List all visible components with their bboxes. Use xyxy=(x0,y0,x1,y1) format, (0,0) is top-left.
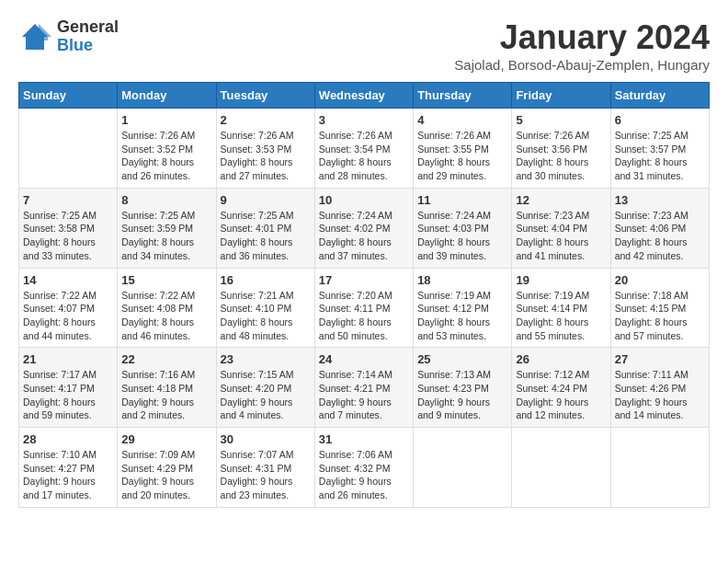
day-cell: 7Sunrise: 7:25 AM Sunset: 3:58 PM Daylig… xyxy=(19,188,118,268)
day-number: 6 xyxy=(615,113,705,127)
day-number: 15 xyxy=(121,273,211,287)
day-number: 13 xyxy=(615,193,705,207)
title-block: January 2024 Sajolad, Borsod-Abauj-Zempl… xyxy=(454,18,710,73)
day-cell: 2Sunrise: 7:26 AM Sunset: 3:53 PM Daylig… xyxy=(216,109,314,189)
logo-blue-text: Blue xyxy=(57,37,119,55)
logo-general-text: General xyxy=(57,18,119,37)
day-cell: 29Sunrise: 7:09 AM Sunset: 4:29 PM Dayli… xyxy=(118,428,216,508)
day-number: 23 xyxy=(221,352,311,366)
day-info: Sunrise: 7:11 AM Sunset: 4:26 PM Dayligh… xyxy=(615,368,705,422)
day-info: Sunrise: 7:24 AM Sunset: 4:03 PM Dayligh… xyxy=(417,209,507,263)
day-info: Sunrise: 7:16 AM Sunset: 4:18 PM Dayligh… xyxy=(121,368,211,422)
day-info: Sunrise: 7:15 AM Sunset: 4:20 PM Dayligh… xyxy=(221,368,311,422)
day-cell: 19Sunrise: 7:19 AM Sunset: 4:14 PM Dayli… xyxy=(512,268,610,348)
day-cell: 31Sunrise: 7:06 AM Sunset: 4:32 PM Dayli… xyxy=(314,428,413,508)
day-number: 8 xyxy=(121,193,211,207)
logo-text: General Blue xyxy=(57,18,119,55)
day-number: 3 xyxy=(319,113,409,127)
day-cell xyxy=(414,428,512,508)
logo: General Blue xyxy=(18,18,119,55)
day-cell xyxy=(19,109,118,189)
header-row: SundayMondayTuesdayWednesdayThursdayFrid… xyxy=(19,83,710,109)
week-row-4: 21Sunrise: 7:17 AM Sunset: 4:17 PM Dayli… xyxy=(19,348,710,428)
header-cell-thursday: Thursday xyxy=(414,83,512,109)
day-cell: 24Sunrise: 7:14 AM Sunset: 4:21 PM Dayli… xyxy=(314,348,413,428)
day-number: 17 xyxy=(319,273,409,287)
day-info: Sunrise: 7:22 AM Sunset: 4:08 PM Dayligh… xyxy=(121,289,211,343)
day-info: Sunrise: 7:13 AM Sunset: 4:23 PM Dayligh… xyxy=(417,368,507,422)
header-cell-monday: Monday xyxy=(118,83,216,109)
week-row-3: 14Sunrise: 7:22 AM Sunset: 4:07 PM Dayli… xyxy=(19,268,710,348)
page-header: General Blue January 2024 Sajolad, Borso… xyxy=(18,18,710,73)
logo-icon xyxy=(18,20,51,53)
day-cell: 11Sunrise: 7:24 AM Sunset: 4:03 PM Dayli… xyxy=(414,188,512,268)
day-info: Sunrise: 7:19 AM Sunset: 4:12 PM Dayligh… xyxy=(417,289,507,343)
day-number: 7 xyxy=(23,193,113,207)
day-cell: 21Sunrise: 7:17 AM Sunset: 4:17 PM Dayli… xyxy=(19,348,118,428)
day-number: 27 xyxy=(615,352,705,366)
month-title: January 2024 xyxy=(454,18,710,57)
day-cell: 8Sunrise: 7:25 AM Sunset: 3:59 PM Daylig… xyxy=(118,188,216,268)
day-cell: 20Sunrise: 7:18 AM Sunset: 4:15 PM Dayli… xyxy=(610,268,709,348)
svg-marker-1 xyxy=(39,24,51,40)
calendar-body: 1Sunrise: 7:26 AM Sunset: 3:52 PM Daylig… xyxy=(19,109,710,508)
header-cell-sunday: Sunday xyxy=(19,83,118,109)
header-cell-friday: Friday xyxy=(512,83,610,109)
day-cell: 22Sunrise: 7:16 AM Sunset: 4:18 PM Dayli… xyxy=(118,348,216,428)
day-cell: 16Sunrise: 7:21 AM Sunset: 4:10 PM Dayli… xyxy=(216,268,314,348)
day-number: 12 xyxy=(516,193,606,207)
day-cell: 6Sunrise: 7:25 AM Sunset: 3:57 PM Daylig… xyxy=(610,109,709,189)
day-info: Sunrise: 7:26 AM Sunset: 3:54 PM Dayligh… xyxy=(319,129,409,183)
day-info: Sunrise: 7:10 AM Sunset: 4:27 PM Dayligh… xyxy=(23,448,113,502)
day-number: 18 xyxy=(417,273,507,287)
day-cell: 23Sunrise: 7:15 AM Sunset: 4:20 PM Dayli… xyxy=(216,348,314,428)
calendar-header: SundayMondayTuesdayWednesdayThursdayFrid… xyxy=(19,83,710,109)
day-number: 24 xyxy=(319,352,409,366)
day-info: Sunrise: 7:21 AM Sunset: 4:10 PM Dayligh… xyxy=(221,289,311,343)
day-info: Sunrise: 7:18 AM Sunset: 4:15 PM Dayligh… xyxy=(615,289,705,343)
header-cell-wednesday: Wednesday xyxy=(314,83,413,109)
day-number: 25 xyxy=(417,352,507,366)
day-cell: 28Sunrise: 7:10 AM Sunset: 4:27 PM Dayli… xyxy=(19,428,118,508)
day-info: Sunrise: 7:20 AM Sunset: 4:11 PM Dayligh… xyxy=(319,289,409,343)
day-number: 11 xyxy=(417,193,507,207)
day-number: 5 xyxy=(516,113,606,127)
day-number: 26 xyxy=(516,352,606,366)
day-number: 22 xyxy=(121,352,211,366)
day-number: 30 xyxy=(221,432,311,446)
day-number: 31 xyxy=(319,432,409,446)
day-number: 1 xyxy=(121,113,211,127)
day-cell: 30Sunrise: 7:07 AM Sunset: 4:31 PM Dayli… xyxy=(216,428,314,508)
day-number: 2 xyxy=(221,113,311,127)
day-number: 4 xyxy=(417,113,507,127)
week-row-1: 1Sunrise: 7:26 AM Sunset: 3:52 PM Daylig… xyxy=(19,109,710,189)
day-info: Sunrise: 7:23 AM Sunset: 4:04 PM Dayligh… xyxy=(516,209,606,263)
day-cell: 25Sunrise: 7:13 AM Sunset: 4:23 PM Dayli… xyxy=(414,348,512,428)
day-cell: 15Sunrise: 7:22 AM Sunset: 4:08 PM Dayli… xyxy=(118,268,216,348)
day-cell: 4Sunrise: 7:26 AM Sunset: 3:55 PM Daylig… xyxy=(414,109,512,189)
day-info: Sunrise: 7:12 AM Sunset: 4:24 PM Dayligh… xyxy=(516,368,606,422)
day-number: 29 xyxy=(121,432,211,446)
day-cell: 1Sunrise: 7:26 AM Sunset: 3:52 PM Daylig… xyxy=(118,109,216,189)
day-info: Sunrise: 7:06 AM Sunset: 4:32 PM Dayligh… xyxy=(319,448,409,502)
day-cell: 12Sunrise: 7:23 AM Sunset: 4:04 PM Dayli… xyxy=(512,188,610,268)
day-cell: 5Sunrise: 7:26 AM Sunset: 3:56 PM Daylig… xyxy=(512,109,610,189)
day-cell: 3Sunrise: 7:26 AM Sunset: 3:54 PM Daylig… xyxy=(314,109,413,189)
day-number: 9 xyxy=(221,193,311,207)
day-info: Sunrise: 7:19 AM Sunset: 4:14 PM Dayligh… xyxy=(516,289,606,343)
day-cell: 9Sunrise: 7:25 AM Sunset: 4:01 PM Daylig… xyxy=(216,188,314,268)
day-number: 19 xyxy=(516,273,606,287)
day-info: Sunrise: 7:26 AM Sunset: 3:55 PM Dayligh… xyxy=(417,129,507,183)
day-number: 14 xyxy=(23,273,113,287)
day-info: Sunrise: 7:25 AM Sunset: 3:59 PM Dayligh… xyxy=(121,209,211,263)
day-cell xyxy=(610,428,709,508)
calendar-table: SundayMondayTuesdayWednesdayThursdayFrid… xyxy=(18,82,710,508)
day-info: Sunrise: 7:17 AM Sunset: 4:17 PM Dayligh… xyxy=(23,368,113,422)
week-row-5: 28Sunrise: 7:10 AM Sunset: 4:27 PM Dayli… xyxy=(19,428,710,508)
day-info: Sunrise: 7:24 AM Sunset: 4:02 PM Dayligh… xyxy=(319,209,409,263)
day-number: 10 xyxy=(319,193,409,207)
day-info: Sunrise: 7:26 AM Sunset: 3:53 PM Dayligh… xyxy=(221,129,311,183)
day-number: 21 xyxy=(23,352,113,366)
day-cell: 17Sunrise: 7:20 AM Sunset: 4:11 PM Dayli… xyxy=(314,268,413,348)
day-info: Sunrise: 7:25 AM Sunset: 3:57 PM Dayligh… xyxy=(615,129,705,183)
